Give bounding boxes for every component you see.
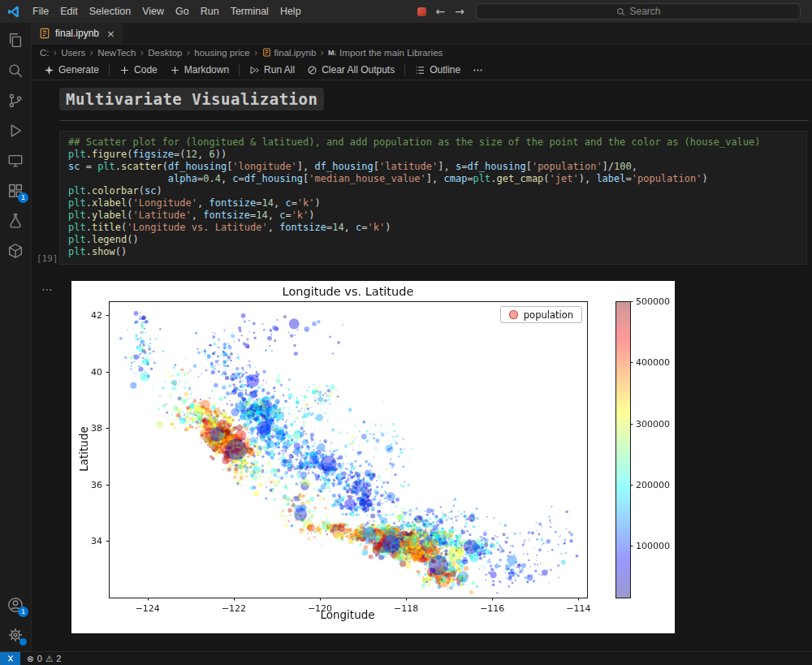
notebook-scroll-area[interactable]: Multivariate Visualization [19] ## Scatt…	[32, 80, 812, 651]
title-bar: FileEditSelectionViewGoRunTerminalHelp ←…	[0, 0, 812, 23]
menu-selection[interactable]: Selection	[84, 4, 136, 19]
warning-count: 2	[56, 654, 61, 663]
toolbar-button-label: Code	[134, 64, 158, 76]
breadcrumb-item[interactable]: Desktop	[148, 48, 182, 58]
code-line: plt.show()	[68, 246, 806, 258]
colorbar-tick-label: 500000	[636, 296, 670, 307]
menu-file[interactable]: File	[27, 4, 54, 19]
x-tick-label: −118	[394, 603, 418, 614]
menu-go[interactable]: Go	[170, 4, 195, 19]
cell-actions-icon[interactable]: ⋯	[41, 283, 54, 296]
x-tick-label: −124	[136, 603, 160, 614]
settings-gear-icon[interactable]	[0, 620, 31, 650]
toolbar-run-all-button[interactable]: Run All	[244, 63, 300, 77]
search-icon	[616, 7, 625, 16]
toolbar-more-button[interactable]	[467, 63, 489, 77]
toolbar-button-label: Clear All Outputs	[322, 64, 395, 76]
close-tab-icon[interactable]: ×	[106, 28, 115, 40]
clear-icon	[307, 65, 317, 76]
tab-bar: final.ipynb ×	[32, 23, 812, 45]
code-line: alpha=0.4, c=df_housing['median_house_va…	[68, 173, 806, 185]
menu-terminal[interactable]: Terminal	[225, 4, 274, 19]
x-tick-label: −122	[222, 603, 246, 614]
outline-icon	[415, 65, 425, 76]
toolbar-button-label: Generate	[58, 64, 99, 76]
toolbar-markdown-button[interactable]: Markdown	[164, 63, 235, 77]
search-nav-icon[interactable]	[0, 55, 31, 85]
tab-label: final.ipynb	[55, 28, 99, 39]
markdown-cell-icon: M↓	[328, 49, 336, 57]
legend-marker	[509, 310, 518, 319]
breadcrumb-item-label: Desktop	[148, 48, 182, 58]
back-icon[interactable]: ←	[431, 5, 451, 18]
remote-explorer-icon[interactable]	[0, 145, 31, 175]
x-tick-label: −116	[480, 603, 504, 614]
testing-icon[interactable]	[0, 205, 31, 235]
menu-edit[interactable]: Edit	[54, 4, 84, 19]
breadcrumb-item[interactable]: final.ipynb	[262, 48, 317, 58]
jupyter-cube-icon[interactable]	[0, 235, 31, 266]
code-cell[interactable]: [19] ## Scatter plot for (longitued & la…	[32, 131, 812, 265]
plot-output: Longitude vs. Latitude Longitude Latitud…	[71, 281, 675, 633]
titlebar-extension-icon[interactable]	[417, 7, 426, 16]
settings-badge	[19, 638, 27, 646]
vscode-logo	[6, 5, 20, 19]
error-count: 0	[37, 654, 42, 663]
breadcrumb-item[interactable]: C:	[40, 48, 50, 58]
breadcrumb-separator-icon: ›	[140, 47, 144, 58]
menu-view[interactable]: View	[136, 4, 170, 19]
extensions-icon[interactable]: 1	[0, 175, 31, 205]
breadcrumb-item[interactable]: NewTech	[97, 48, 136, 58]
plot-title: Longitude vs. Latitude	[109, 285, 587, 298]
sparkle-icon	[44, 65, 54, 76]
run-debug-icon[interactable]	[0, 115, 31, 145]
y-axis-label: Latitude	[77, 426, 90, 472]
account-icon[interactable]: 1	[0, 589, 31, 620]
menu-bar: FileEditSelectionViewGoRunTerminalHelp	[27, 4, 307, 19]
toolbar-divider	[239, 64, 240, 76]
toolbar-outline-button[interactable]: Outline	[409, 63, 466, 77]
code-line: plt.xlabel('Longitude', fontsize=14, c='…	[68, 197, 806, 209]
output-gutter: ⋯	[32, 281, 59, 633]
forward-icon[interactable]: →	[450, 5, 469, 18]
search-input[interactable]: Search	[476, 3, 801, 19]
toolbar-code-button[interactable]: Code	[114, 63, 163, 77]
x-tick-label: −120	[308, 603, 332, 614]
explorer-icon[interactable]	[0, 25, 31, 55]
breadcrumb-item-label: housing price	[194, 48, 249, 58]
toolbar-generate-button[interactable]: Generate	[38, 63, 105, 77]
menu-run[interactable]: Run	[195, 4, 225, 19]
extensions-badge: 1	[18, 192, 28, 203]
main-area: 1 1 final.ipynb × C:›Users›NewTech›Deskt…	[0, 23, 812, 651]
menu-help[interactable]: Help	[274, 4, 307, 19]
breadcrumb-separator-icon: ›	[89, 47, 93, 58]
colorbar-tick-label: 200000	[636, 479, 670, 490]
more-icon	[473, 65, 483, 76]
plus-icon	[170, 65, 180, 76]
code-line: sc = plt.scatter(df_housing['longitude']…	[68, 161, 806, 173]
editor-area: final.ipynb × C:›Users›NewTech›Desktop›h…	[32, 23, 812, 651]
breadcrumb-separator-icon: ›	[186, 47, 190, 58]
toolbar-button-label: Run All	[264, 64, 295, 76]
breadcrumb-item[interactable]: housing price	[194, 48, 249, 58]
breadcrumb-item-label: C:	[40, 48, 50, 58]
account-badge: 1	[18, 607, 28, 617]
colorbar-tick-label: 100000	[636, 541, 670, 551]
toolbar-clear-all-outputs-button[interactable]: Clear All Outputs	[301, 63, 400, 77]
code-editor[interactable]: ## Scatter plot for (longitued & latitue…	[59, 131, 807, 265]
source-control-icon[interactable]	[0, 85, 31, 115]
breadcrumb-item[interactable]: Users	[61, 48, 85, 58]
markdown-cell[interactable]: Multivariate Visualization	[32, 90, 812, 121]
vscode-window: FileEditSelectionViewGoRunTerminalHelp ←…	[0, 0, 812, 665]
tab-final-ipynb[interactable]: final.ipynb ×	[32, 23, 123, 44]
code-cell-gutter: [19]	[32, 131, 59, 265]
plot-legend: population	[500, 306, 582, 323]
remote-indicator[interactable]	[0, 652, 20, 665]
notebook-icon	[262, 48, 271, 57]
breadcrumb-item[interactable]: M↓Import the main Libraries	[328, 48, 443, 58]
x-tick-label: −114	[566, 603, 590, 614]
code-line: plt.title('Longitude vs. Latitude', font…	[68, 222, 806, 234]
colorbar-tick-label: 400000	[636, 357, 670, 368]
notebook-icon	[39, 28, 50, 39]
problems-status[interactable]: ⊗ 0 ⚠ 2	[27, 654, 61, 663]
